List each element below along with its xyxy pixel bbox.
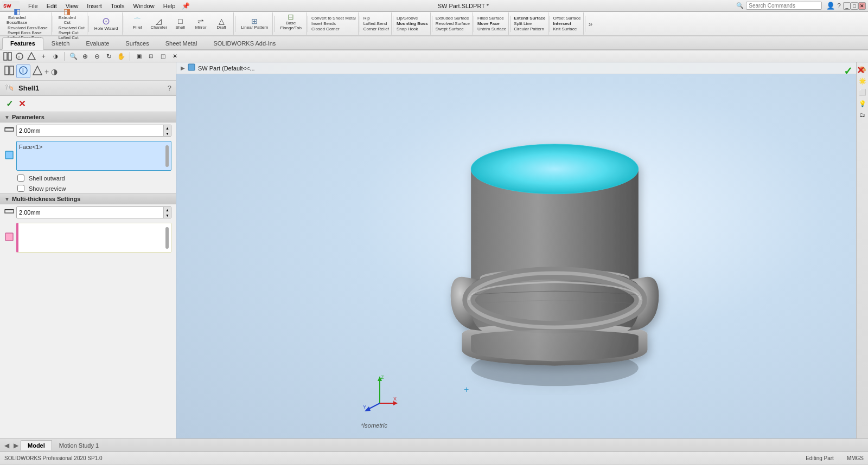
- display-style-icon[interactable]: ▣: [133, 51, 144, 62]
- scenes-icon[interactable]: 🌟: [858, 76, 867, 86]
- pan-icon[interactable]: ✋: [116, 51, 126, 62]
- split-line-button[interactable]: Split Line: [514, 21, 532, 26]
- panel-help-button[interactable]: ?: [168, 84, 171, 92]
- render-icon[interactable]: 💡: [858, 99, 867, 108]
- intersect-button[interactable]: Intersect: [553, 21, 571, 26]
- thickness-input[interactable]: [17, 126, 163, 135]
- circular-pattern-button[interactable]: Circular Pattern: [514, 27, 544, 31]
- lofted-bend-button[interactable]: Lofted-Bend: [363, 21, 387, 26]
- untrim-surface-button[interactable]: Untrim Surface: [477, 27, 506, 31]
- menu-window[interactable]: Window: [129, 2, 159, 10]
- tab-surfaces[interactable]: Surfaces: [117, 37, 157, 49]
- ok-button[interactable]: ✓: [4, 98, 15, 109]
- insert-bends-button[interactable]: Insert Bends: [311, 21, 336, 26]
- tab-model[interactable]: Model: [21, 440, 52, 450]
- minimize-button[interactable]: _: [843, 2, 851, 10]
- nav-prev-button[interactable]: ◀: [2, 442, 11, 449]
- face-list-scrollbar[interactable]: [165, 145, 169, 167]
- extruded-boss-button[interactable]: ◧ ExtrudedBoss/Base: [4, 7, 29, 25]
- draft-button[interactable]: △ Draft: [212, 17, 231, 30]
- thickness-up-button[interactable]: ▲: [163, 125, 171, 131]
- cancel-button[interactable]: ✕: [17, 98, 27, 109]
- tab-solidworks-addins[interactable]: SOLIDWORKS Add-Ins: [205, 37, 284, 49]
- parameters-section-header[interactable]: ▼ Parameters: [0, 112, 176, 122]
- hole-wizard-button[interactable]: ⊙ Hole Wizard: [92, 16, 120, 31]
- svg-text:i: i: [18, 54, 20, 60]
- dim-expert-icon[interactable]: +: [38, 51, 49, 62]
- nav-next-button[interactable]: ▶: [11, 442, 21, 449]
- view-orientation-icon[interactable]: ⊡: [145, 51, 156, 62]
- menu-help[interactable]: Help: [159, 2, 180, 10]
- extruded-cut-button[interactable]: ◨ ExtrudedCut: [56, 7, 78, 25]
- mirror-button[interactable]: ⇌ Mirror: [191, 17, 210, 30]
- panel-dim-btn[interactable]: +: [44, 67, 49, 76]
- revolved-boss-button[interactable]: Revolved Boss/Base: [7, 25, 49, 30]
- close-button[interactable]: ✕: [858, 2, 866, 10]
- lighting-icon[interactable]: ☀: [169, 51, 180, 62]
- viewport-cancel-button[interactable]: ✕: [857, 64, 865, 76]
- corner-relief-button[interactable]: Corner Relief: [363, 27, 389, 31]
- multi-face-list-scrollbar[interactable]: [165, 227, 169, 249]
- tree-expand-arrow[interactable]: ▶: [181, 65, 185, 71]
- axis-indicator: Z X Y: [361, 373, 399, 411]
- knit-surface-button[interactable]: Knit Surface: [553, 27, 577, 31]
- convert-sheet-metal-button[interactable]: Convert to Sheet Metal: [311, 16, 356, 21]
- menu-tools[interactable]: Tools: [106, 2, 129, 10]
- multi-thickness-down-button[interactable]: ▼: [163, 212, 171, 218]
- base-flange-button[interactable]: ⊟ BaseFlange/Tab: [278, 12, 304, 31]
- lip-groove-button[interactable]: Lip/Groove: [397, 16, 418, 21]
- tab-features[interactable]: Features: [2, 37, 43, 50]
- multi-thickness-input[interactable]: [17, 208, 163, 217]
- move-face-button[interactable]: Move Face: [477, 21, 500, 26]
- viewport-ok-button[interactable]: ✓: [844, 64, 853, 78]
- user-icon[interactable]: 👤: [826, 2, 835, 10]
- decals-icon[interactable]: ⬜: [858, 87, 867, 97]
- panel-config-btn[interactable]: [33, 66, 42, 77]
- section-view-icon[interactable]: ◫: [157, 51, 168, 62]
- search-input[interactable]: [746, 2, 822, 10]
- panel-display-btn[interactable]: ◑: [51, 67, 58, 76]
- revolved-surface-button[interactable]: Revolved Surface: [436, 21, 470, 26]
- revolved-cut-button[interactable]: Revolved Cut: [56, 25, 85, 30]
- display-manager-icon[interactable]: ◑: [50, 51, 61, 62]
- panel-feature-manager-btn[interactable]: [4, 66, 14, 77]
- feature-manager-icon[interactable]: [2, 51, 13, 62]
- menu-insert[interactable]: Insert: [82, 2, 106, 10]
- rotate-view-icon[interactable]: ↻: [104, 51, 114, 62]
- property-manager-icon[interactable]: i: [14, 51, 25, 62]
- zoom-out-icon[interactable]: ⊖: [92, 51, 103, 62]
- mounting-boss-button[interactable]: Mounting Boss: [397, 21, 428, 26]
- rip-button[interactable]: Rip: [363, 16, 370, 21]
- zoom-in-icon[interactable]: ⊕: [80, 51, 91, 62]
- tab-evaluate[interactable]: Evaluate: [78, 37, 118, 49]
- expand-toolbar-button[interactable]: »: [586, 20, 595, 28]
- linear-pattern-button[interactable]: ⊞ Linear Pattern: [239, 17, 270, 30]
- configuration-manager-icon[interactable]: [26, 51, 37, 62]
- swept-surface-button[interactable]: Swept Surface: [436, 27, 464, 31]
- swept-boss-button[interactable]: Swept Boss Base: [7, 30, 43, 35]
- closed-corner-button[interactable]: Closed Corner: [311, 27, 340, 31]
- swept-cut-button[interactable]: Swept Cut: [56, 30, 79, 35]
- panel-property-btn[interactable]: i: [16, 64, 30, 78]
- extend-surface-button[interactable]: Extend Surface: [514, 16, 545, 21]
- chamfer-button[interactable]: ◿ Chamfer: [148, 17, 169, 30]
- multi-thickness-up-button[interactable]: ▲: [163, 207, 171, 212]
- tab-sheet-metal[interactable]: Sheet Metal: [157, 37, 206, 49]
- help-icon[interactable]: ?: [837, 2, 841, 10]
- tab-motion-study-1[interactable]: Motion Study 1: [52, 440, 106, 450]
- shell-outward-checkbox[interactable]: [17, 175, 24, 182]
- pin-icon[interactable]: 📌: [182, 2, 190, 10]
- show-preview-checkbox[interactable]: [17, 185, 24, 192]
- filled-surface-button[interactable]: Filled Surface: [477, 16, 504, 21]
- snap-hook-button[interactable]: Snap Hook: [397, 27, 418, 31]
- view-palette-icon[interactable]: 🗂: [858, 110, 867, 120]
- maximize-button[interactable]: □: [851, 2, 858, 10]
- extruded-surface-button[interactable]: Extruded Surface: [436, 16, 469, 21]
- zoom-to-fit-icon[interactable]: 🔍: [68, 51, 79, 62]
- multi-thickness-section-header[interactable]: ▼ Multi-thickness Settings: [0, 193, 176, 204]
- offset-surface-button[interactable]: Offset Surface: [553, 16, 581, 21]
- thickness-down-button[interactable]: ▼: [163, 131, 171, 136]
- fillet-button[interactable]: ⌒ Fillet: [127, 17, 147, 30]
- tab-sketch[interactable]: Sketch: [43, 37, 78, 49]
- shell-button[interactable]: □ Shell: [170, 17, 190, 30]
